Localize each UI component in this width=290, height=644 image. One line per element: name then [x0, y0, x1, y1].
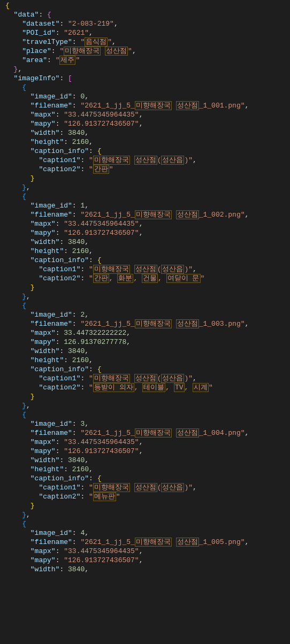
json-code-viewer: { "data": { "dataset": "2-083-219", "POI… [5, 1, 290, 574]
